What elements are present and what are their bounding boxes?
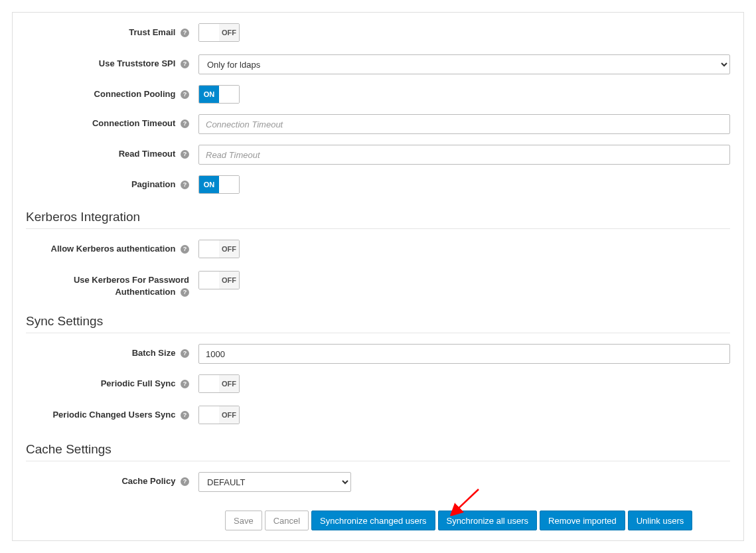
label-trust-email: Trust Email ? — [26, 23, 198, 39]
label-connection-timeout: Connection Timeout ? — [26, 114, 198, 129]
toggle-periodic-changed-sync[interactable]: ON OFF — [198, 406, 240, 424]
help-icon[interactable]: ? — [181, 477, 189, 486]
label-use-kerberos-password: Use Kerberos For Password Authentication… — [26, 271, 198, 298]
row-read-timeout: Read Timeout ? — [26, 145, 730, 165]
toggle-use-kerberos-password[interactable]: ON OFF — [198, 271, 240, 289]
input-connection-timeout[interactable] — [198, 114, 730, 134]
help-icon[interactable]: ? — [181, 245, 189, 254]
row-use-kerberos-password: Use Kerberos For Password Authentication… — [26, 271, 730, 298]
row-periodic-full-sync: Periodic Full Sync ? ON OFF — [26, 374, 730, 395]
sync-all-users-button[interactable]: Synchronize all users — [438, 511, 538, 530]
help-icon[interactable]: ? — [181, 349, 189, 358]
row-cache-policy: Cache Policy ? DEFAULT — [26, 472, 730, 492]
help-icon[interactable]: ? — [181, 411, 189, 420]
help-icon[interactable]: ? — [181, 119, 189, 128]
label-read-timeout: Read Timeout ? — [26, 145, 198, 160]
help-icon[interactable]: ? — [181, 288, 189, 297]
row-batch-size: Batch Size ? — [26, 344, 730, 364]
row-truststore-spi: Use Truststore SPI ? Only for ldaps — [26, 54, 730, 74]
label-batch-size: Batch Size ? — [26, 344, 198, 359]
toggle-pagination[interactable]: ON OFF — [198, 175, 240, 194]
label-periodic-full-sync: Periodic Full Sync ? — [26, 374, 198, 390]
row-pagination: Pagination ? ON OFF — [26, 175, 730, 194]
toggle-allow-kerberos-auth[interactable]: ON OFF — [198, 240, 240, 258]
label-pagination: Pagination ? — [26, 175, 198, 191]
input-read-timeout[interactable] — [198, 145, 730, 165]
help-icon[interactable]: ? — [181, 380, 189, 388]
cancel-button[interactable]: Cancel — [265, 511, 309, 530]
help-icon[interactable]: ? — [181, 29, 189, 37]
label-periodic-changed-sync: Periodic Changed Users Sync ? — [26, 406, 198, 421]
help-icon[interactable]: ? — [181, 181, 189, 189]
row-connection-pooling: Connection Pooling ? ON OFF — [26, 85, 730, 104]
toggle-trust-email[interactable]: ON OFF — [198, 23, 240, 42]
row-allow-kerberos-auth: Allow Kerberos authentication ? ON OFF — [26, 240, 730, 260]
remove-imported-button[interactable]: Remove imported — [540, 511, 625, 530]
row-trust-email: Trust Email ? ON OFF — [26, 23, 730, 44]
section-cache-settings: Cache Settings — [26, 442, 730, 461]
toggle-periodic-full-sync[interactable]: ON OFF — [198, 374, 240, 393]
svg-line-0 — [453, 489, 479, 513]
row-periodic-changed-sync: Periodic Changed Users Sync ? ON OFF — [26, 406, 730, 426]
label-cache-policy: Cache Policy ? — [26, 472, 198, 487]
label-allow-kerberos-auth: Allow Kerberos authentication ? — [26, 240, 198, 255]
section-kerberos-integration: Kerberos Integration — [26, 210, 730, 229]
settings-panel: Trust Email ? ON OFF Use Truststore SPI … — [12, 12, 744, 541]
section-sync-settings: Sync Settings — [26, 314, 730, 333]
button-row: Save Cancel Synchronize changed users Sy… — [225, 511, 730, 530]
row-connection-timeout: Connection Timeout ? — [26, 114, 730, 134]
unlink-users-button[interactable]: Unlink users — [628, 511, 693, 530]
sync-changed-users-button[interactable]: Synchronize changed users — [311, 511, 435, 530]
toggle-connection-pooling[interactable]: ON OFF — [198, 85, 240, 104]
select-truststore-spi[interactable]: Only for ldaps — [198, 54, 730, 74]
save-button[interactable]: Save — [225, 511, 262, 530]
input-batch-size[interactable] — [198, 344, 730, 364]
help-icon[interactable]: ? — [181, 90, 189, 99]
label-truststore-spi: Use Truststore SPI ? — [26, 54, 198, 70]
help-icon[interactable]: ? — [181, 60, 189, 68]
help-icon[interactable]: ? — [181, 150, 189, 159]
select-cache-policy[interactable]: DEFAULT — [198, 472, 351, 492]
label-connection-pooling: Connection Pooling ? — [26, 85, 198, 100]
